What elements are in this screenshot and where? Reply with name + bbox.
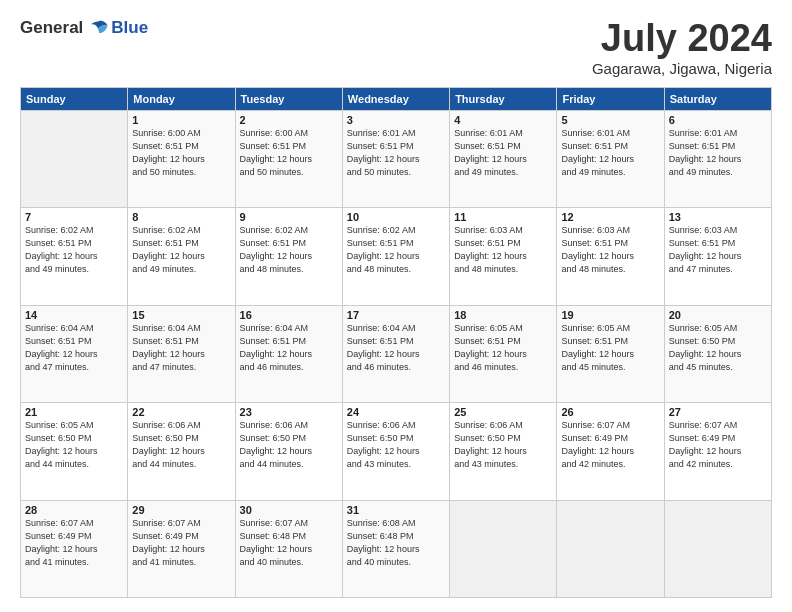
page: General Blue July 2024 Gagarawa, Jigawa,…	[0, 0, 792, 612]
day-info: Sunrise: 6:08 AM Sunset: 6:48 PM Dayligh…	[347, 517, 445, 569]
day-info: Sunrise: 6:04 AM Sunset: 6:51 PM Dayligh…	[25, 322, 123, 374]
day-number: 31	[347, 504, 445, 516]
calendar-cell: 30Sunrise: 6:07 AM Sunset: 6:48 PM Dayli…	[235, 500, 342, 597]
day-number: 17	[347, 309, 445, 321]
day-info: Sunrise: 6:07 AM Sunset: 6:49 PM Dayligh…	[669, 419, 767, 471]
calendar-cell: 14Sunrise: 6:04 AM Sunset: 6:51 PM Dayli…	[21, 305, 128, 402]
calendar-cell: 1Sunrise: 6:00 AM Sunset: 6:51 PM Daylig…	[128, 110, 235, 207]
calendar-header-sunday: Sunday	[21, 87, 128, 110]
day-number: 8	[132, 211, 230, 223]
calendar-header-row: SundayMondayTuesdayWednesdayThursdayFrid…	[21, 87, 772, 110]
calendar-cell: 9Sunrise: 6:02 AM Sunset: 6:51 PM Daylig…	[235, 208, 342, 305]
day-number: 18	[454, 309, 552, 321]
calendar-cell: 10Sunrise: 6:02 AM Sunset: 6:51 PM Dayli…	[342, 208, 449, 305]
day-info: Sunrise: 6:01 AM Sunset: 6:51 PM Dayligh…	[347, 127, 445, 179]
logo-blue-text: Blue	[111, 18, 148, 38]
day-number: 25	[454, 406, 552, 418]
calendar-header-monday: Monday	[128, 87, 235, 110]
day-info: Sunrise: 6:02 AM Sunset: 6:51 PM Dayligh…	[132, 224, 230, 276]
day-number: 23	[240, 406, 338, 418]
day-info: Sunrise: 6:07 AM Sunset: 6:49 PM Dayligh…	[132, 517, 230, 569]
day-info: Sunrise: 6:01 AM Sunset: 6:51 PM Dayligh…	[669, 127, 767, 179]
day-info: Sunrise: 6:03 AM Sunset: 6:51 PM Dayligh…	[454, 224, 552, 276]
calendar-cell: 16Sunrise: 6:04 AM Sunset: 6:51 PM Dayli…	[235, 305, 342, 402]
calendar-cell: 8Sunrise: 6:02 AM Sunset: 6:51 PM Daylig…	[128, 208, 235, 305]
calendar-week-5: 28Sunrise: 6:07 AM Sunset: 6:49 PM Dayli…	[21, 500, 772, 597]
day-info: Sunrise: 6:06 AM Sunset: 6:50 PM Dayligh…	[240, 419, 338, 471]
main-title: July 2024	[592, 18, 772, 60]
calendar-cell: 21Sunrise: 6:05 AM Sunset: 6:50 PM Dayli…	[21, 403, 128, 500]
logo-general-text: General	[20, 18, 83, 38]
calendar-cell: 27Sunrise: 6:07 AM Sunset: 6:49 PM Dayli…	[664, 403, 771, 500]
calendar-cell: 6Sunrise: 6:01 AM Sunset: 6:51 PM Daylig…	[664, 110, 771, 207]
calendar-week-1: 1Sunrise: 6:00 AM Sunset: 6:51 PM Daylig…	[21, 110, 772, 207]
day-info: Sunrise: 6:05 AM Sunset: 6:51 PM Dayligh…	[561, 322, 659, 374]
day-info: Sunrise: 6:04 AM Sunset: 6:51 PM Dayligh…	[240, 322, 338, 374]
day-info: Sunrise: 6:02 AM Sunset: 6:51 PM Dayligh…	[25, 224, 123, 276]
day-number: 30	[240, 504, 338, 516]
title-block: July 2024 Gagarawa, Jigawa, Nigeria	[592, 18, 772, 77]
day-info: Sunrise: 6:07 AM Sunset: 6:49 PM Dayligh…	[25, 517, 123, 569]
calendar-cell: 22Sunrise: 6:06 AM Sunset: 6:50 PM Dayli…	[128, 403, 235, 500]
calendar-cell: 15Sunrise: 6:04 AM Sunset: 6:51 PM Dayli…	[128, 305, 235, 402]
logo: General Blue	[20, 18, 148, 38]
day-number: 11	[454, 211, 552, 223]
calendar-cell: 11Sunrise: 6:03 AM Sunset: 6:51 PM Dayli…	[450, 208, 557, 305]
calendar-cell: 25Sunrise: 6:06 AM Sunset: 6:50 PM Dayli…	[450, 403, 557, 500]
day-info: Sunrise: 6:06 AM Sunset: 6:50 PM Dayligh…	[132, 419, 230, 471]
calendar-week-4: 21Sunrise: 6:05 AM Sunset: 6:50 PM Dayli…	[21, 403, 772, 500]
day-number: 19	[561, 309, 659, 321]
day-info: Sunrise: 6:06 AM Sunset: 6:50 PM Dayligh…	[454, 419, 552, 471]
calendar-cell: 7Sunrise: 6:02 AM Sunset: 6:51 PM Daylig…	[21, 208, 128, 305]
calendar-cell: 23Sunrise: 6:06 AM Sunset: 6:50 PM Dayli…	[235, 403, 342, 500]
day-info: Sunrise: 6:00 AM Sunset: 6:51 PM Dayligh…	[132, 127, 230, 179]
calendar-cell: 17Sunrise: 6:04 AM Sunset: 6:51 PM Dayli…	[342, 305, 449, 402]
day-info: Sunrise: 6:05 AM Sunset: 6:50 PM Dayligh…	[669, 322, 767, 374]
day-number: 27	[669, 406, 767, 418]
calendar-table: SundayMondayTuesdayWednesdayThursdayFrid…	[20, 87, 772, 598]
day-info: Sunrise: 6:04 AM Sunset: 6:51 PM Dayligh…	[132, 322, 230, 374]
subtitle: Gagarawa, Jigawa, Nigeria	[592, 60, 772, 77]
day-info: Sunrise: 6:07 AM Sunset: 6:48 PM Dayligh…	[240, 517, 338, 569]
day-info: Sunrise: 6:03 AM Sunset: 6:51 PM Dayligh…	[669, 224, 767, 276]
day-number: 22	[132, 406, 230, 418]
day-number: 15	[132, 309, 230, 321]
day-number: 4	[454, 114, 552, 126]
day-number: 7	[25, 211, 123, 223]
calendar-week-2: 7Sunrise: 6:02 AM Sunset: 6:51 PM Daylig…	[21, 208, 772, 305]
day-info: Sunrise: 6:02 AM Sunset: 6:51 PM Dayligh…	[347, 224, 445, 276]
day-number: 24	[347, 406, 445, 418]
day-info: Sunrise: 6:06 AM Sunset: 6:50 PM Dayligh…	[347, 419, 445, 471]
calendar-cell: 31Sunrise: 6:08 AM Sunset: 6:48 PM Dayli…	[342, 500, 449, 597]
day-number: 26	[561, 406, 659, 418]
day-number: 16	[240, 309, 338, 321]
day-number: 10	[347, 211, 445, 223]
calendar-header-thursday: Thursday	[450, 87, 557, 110]
calendar-cell: 12Sunrise: 6:03 AM Sunset: 6:51 PM Dayli…	[557, 208, 664, 305]
day-number: 3	[347, 114, 445, 126]
calendar-cell: 26Sunrise: 6:07 AM Sunset: 6:49 PM Dayli…	[557, 403, 664, 500]
day-number: 9	[240, 211, 338, 223]
calendar-cell: 2Sunrise: 6:00 AM Sunset: 6:51 PM Daylig…	[235, 110, 342, 207]
calendar-cell: 5Sunrise: 6:01 AM Sunset: 6:51 PM Daylig…	[557, 110, 664, 207]
calendar-cell: 18Sunrise: 6:05 AM Sunset: 6:51 PM Dayli…	[450, 305, 557, 402]
calendar-week-3: 14Sunrise: 6:04 AM Sunset: 6:51 PM Dayli…	[21, 305, 772, 402]
day-number: 1	[132, 114, 230, 126]
day-number: 13	[669, 211, 767, 223]
day-info: Sunrise: 6:05 AM Sunset: 6:51 PM Dayligh…	[454, 322, 552, 374]
day-info: Sunrise: 6:00 AM Sunset: 6:51 PM Dayligh…	[240, 127, 338, 179]
day-number: 12	[561, 211, 659, 223]
calendar-header-friday: Friday	[557, 87, 664, 110]
day-info: Sunrise: 6:05 AM Sunset: 6:50 PM Dayligh…	[25, 419, 123, 471]
day-number: 21	[25, 406, 123, 418]
day-number: 5	[561, 114, 659, 126]
day-info: Sunrise: 6:07 AM Sunset: 6:49 PM Dayligh…	[561, 419, 659, 471]
calendar-header-tuesday: Tuesday	[235, 87, 342, 110]
day-number: 28	[25, 504, 123, 516]
day-info: Sunrise: 6:04 AM Sunset: 6:51 PM Dayligh…	[347, 322, 445, 374]
calendar-cell	[450, 500, 557, 597]
calendar-cell: 19Sunrise: 6:05 AM Sunset: 6:51 PM Dayli…	[557, 305, 664, 402]
day-number: 6	[669, 114, 767, 126]
calendar-cell: 29Sunrise: 6:07 AM Sunset: 6:49 PM Dayli…	[128, 500, 235, 597]
day-number: 14	[25, 309, 123, 321]
